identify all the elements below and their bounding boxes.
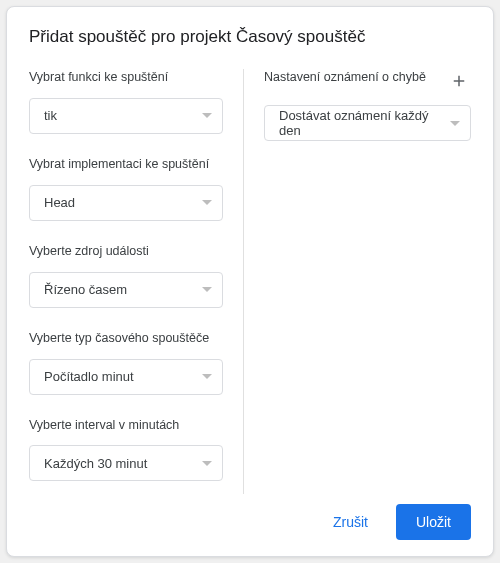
field-event-source-label: Vyberte zdroj události	[29, 243, 223, 260]
cancel-button[interactable]: Zrušit	[313, 504, 388, 540]
chevron-down-icon	[202, 200, 212, 205]
select-function[interactable]: tik	[29, 98, 223, 134]
field-deployment: Vybrat implementaci ke spuštění Head	[29, 156, 223, 221]
add-notification-button[interactable]	[447, 69, 471, 93]
select-deployment[interactable]: Head	[29, 185, 223, 221]
notifications-header: Nastavení oznámení o chybě	[264, 69, 471, 93]
select-function-value: tik	[44, 108, 57, 123]
chevron-down-icon	[202, 461, 212, 466]
select-trigger-type-value: Počítadlo minut	[44, 369, 134, 384]
chevron-down-icon	[202, 287, 212, 292]
select-notification-value: Dostávat oznámení každý den	[279, 108, 450, 138]
select-interval-value: Každých 30 minut	[44, 456, 147, 471]
select-event-source[interactable]: Řízeno časem	[29, 272, 223, 308]
dialog-title: Přidat spouštěč pro projekt Časový spouš…	[29, 27, 471, 47]
select-event-source-value: Řízeno časem	[44, 282, 127, 297]
chevron-down-icon	[202, 113, 212, 118]
field-trigger-type: Vyberte typ časového spouštěče Počítadlo…	[29, 330, 223, 395]
plus-icon	[450, 72, 468, 90]
field-event-source: Vyberte zdroj události Řízeno časem	[29, 243, 223, 308]
field-function: Vybrat funkci ke spuštění tik	[29, 69, 223, 134]
left-column: Vybrat funkci ke spuštění tik Vybrat imp…	[29, 69, 243, 494]
field-deployment-label: Vybrat implementaci ke spuštění	[29, 156, 223, 173]
select-deployment-value: Head	[44, 195, 75, 210]
dialog-footer: Zrušit Uložit	[29, 494, 471, 540]
save-button[interactable]: Uložit	[396, 504, 471, 540]
dialog-body: Vybrat funkci ke spuštění tik Vybrat imp…	[29, 69, 471, 494]
select-notification-frequency[interactable]: Dostávat oznámení každý den	[264, 105, 471, 141]
field-notifications-label: Nastavení oznámení o chybě	[264, 69, 426, 86]
right-column: Nastavení oznámení o chybě Dostávat ozná…	[244, 69, 471, 494]
field-interval-label: Vyberte interval v minutách	[29, 417, 223, 434]
select-interval[interactable]: Každých 30 minut	[29, 445, 223, 481]
add-trigger-dialog: Přidat spouštěč pro projekt Časový spouš…	[6, 6, 494, 557]
select-trigger-type[interactable]: Počítadlo minut	[29, 359, 223, 395]
field-function-label: Vybrat funkci ke spuštění	[29, 69, 223, 86]
chevron-down-icon	[450, 121, 460, 126]
field-trigger-type-label: Vyberte typ časového spouštěče	[29, 330, 223, 347]
field-interval: Vyberte interval v minutách Každých 30 m…	[29, 417, 223, 482]
chevron-down-icon	[202, 374, 212, 379]
